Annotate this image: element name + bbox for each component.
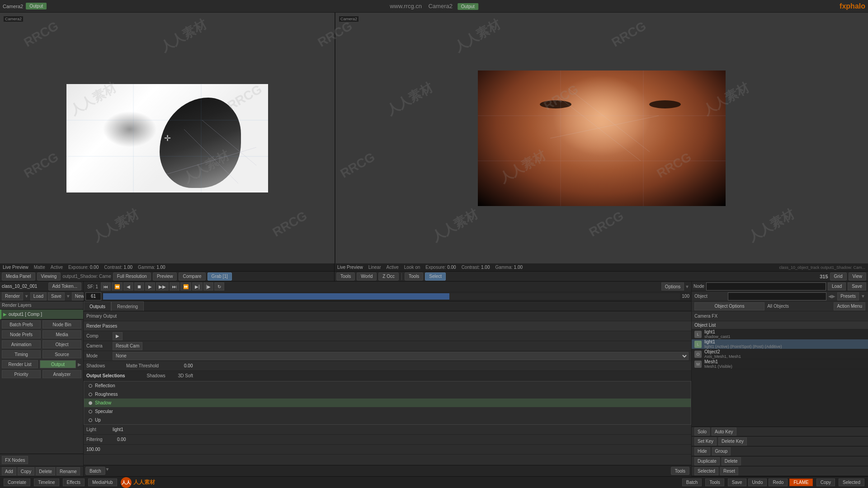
canvas-left[interactable]: ✛ [66,84,268,192]
delete-btn-rp[interactable]: Delete [722,457,741,465]
duplicate-btn[interactable]: Duplicate [694,457,720,465]
action-menu-btn[interactable]: Action Menu [834,302,865,310]
priority-btn[interactable]: Priority [2,370,41,378]
delete-key-btn[interactable]: Delete Key [718,437,747,446]
selected-btn[interactable]: Selected [694,467,718,475]
add-btn[interactable]: Add [2,467,16,475]
analyzer-btn[interactable]: Analyzer [42,370,81,378]
select-btn[interactable]: Select [425,272,446,281]
tools-nav-btn[interactable]: Tools [705,479,724,486]
z-occ-btn[interactable]: Z Occ [378,272,399,281]
redo-nav-btn[interactable]: Redo [769,479,788,486]
play-btn[interactable]: ▶ [145,282,155,291]
output1-comp-row[interactable]: ▶ output1 [ Comp ] [0,310,83,319]
comp-btn[interactable]: ▶ [113,332,123,340]
options-btn[interactable]: Options [661,282,684,291]
grid-btn[interactable]: Grid [830,272,847,281]
live-preview-left: Live Preview [3,265,28,270]
load-btn-rp[interactable]: Load [828,282,846,291]
skip-fwd-btn[interactable]: ⏭ [170,282,179,291]
set-key-btn[interactable]: Set Key [694,437,717,446]
flame-btn[interactable]: FLAME [789,479,812,486]
save-nav-btn[interactable]: Save [728,479,746,486]
output-sel-up[interactable]: Up [84,416,691,424]
save-btn-left[interactable]: Save [48,292,65,300]
media-hub-btn[interactable]: MediaHub [88,479,117,486]
correlate-btn[interactable]: Correlate [4,479,30,486]
obj-item-mesh1[interactable]: M Mesh1 Mesh1 (Visible) [692,359,868,369]
viewing-btn[interactable]: Viewing [37,272,61,281]
copy-nav-btn[interactable]: Copy [816,479,835,486]
primary-output-row[interactable]: Primary Output [84,311,691,321]
preview-btn[interactable]: Preview [153,272,177,281]
object-options-btn[interactable]: Object Options [694,302,764,310]
result-cam-btn[interactable]: Result Cam [113,342,142,350]
fwd2-btn[interactable]: ⏩ [180,282,191,291]
rename-btn[interactable]: Rename [57,467,80,475]
effects-btn[interactable]: Effects [63,479,85,486]
tools-btn-r[interactable]: Tools [336,272,355,281]
copy-btn-left[interactable]: Copy [18,467,34,475]
current-frame-input[interactable]: 61 [85,292,101,300]
step-back-btn[interactable]: ◀ [123,282,133,291]
add-token-btn[interactable]: Add Token... [48,282,81,291]
obj-item-light1-shadow[interactable]: L light1 shadow_cast1 [692,329,868,339]
batch-prefs-btn[interactable]: Batch Prefs [2,320,41,328]
media-panel-btn[interactable]: Media Panel [2,272,35,281]
node-prefs-btn[interactable]: Node Prefs [2,330,41,338]
timing-btn[interactable]: Timing [2,350,41,358]
view-btn[interactable]: View [849,272,867,281]
fx-nodes-btn[interactable]: FX Nodes [2,456,28,464]
prev-frame-btn[interactable]: ⏪ [112,282,123,291]
group-btn[interactable]: Group [712,447,731,455]
output-sel-reflection[interactable]: Reflection [84,381,691,390]
selected-nav-btn[interactable]: Selected [839,479,864,486]
object-input[interactable]: light1 [728,292,826,300]
class-track-input[interactable]: class_10_object_track [706,282,826,291]
undo-nav-btn[interactable]: Undo [748,479,767,486]
source-btn[interactable]: Source [42,350,81,358]
output-btn-left[interactable]: Output [40,360,76,368]
object-btn[interactable]: Object [42,340,81,348]
canvas-right[interactable] [478,70,726,206]
outputs-tab[interactable]: Outputs [84,301,111,311]
skip-back-btn[interactable]: ⏮ [101,282,111,291]
reset-btn[interactable]: Reset [720,467,738,475]
solo-btn[interactable]: Solo [694,427,710,436]
stop-btn[interactable]: ⏹ [134,282,144,291]
media-btn[interactable]: Media [42,330,81,338]
world-btn[interactable]: World [357,272,377,281]
batch-btn[interactable]: Batch [85,467,105,475]
tools-bottom-btn[interactable]: Tools [671,467,689,475]
timeline-btn[interactable]: Timeline [34,479,59,486]
grab-btn[interactable]: Grab [1] [208,272,232,281]
rendering-tab[interactable]: Rendering [111,301,144,311]
save-btn-rp[interactable]: Save [848,282,866,291]
hide-btn[interactable]: Hide [694,447,710,455]
mode-dropdown[interactable]: None [113,352,689,360]
output-sel-shadow[interactable]: Shadow [84,399,691,407]
output-sel-roughness[interactable]: Roughness [84,390,691,399]
render-btn[interactable]: Render [2,292,23,300]
loop-btn[interactable]: ↻ [214,282,224,291]
obj-item-light1-active[interactable]: L light1 light1 (Active) (Point/Spot) (P… [692,339,868,349]
compare-btn[interactable]: Compare [179,272,205,281]
animation-btn[interactable]: Animation [2,340,41,348]
full-resolution-btn[interactable]: Full Resolution [113,272,151,281]
step-fwd-btn[interactable]: ▶▶ [156,282,169,291]
batch-nav-btn[interactable]: Batch [682,479,702,486]
output-sel-specular[interactable]: Specular [84,407,691,416]
load-btn[interactable]: Load [30,292,47,300]
auto-key-btn[interactable]: Auto Key [712,427,736,436]
node-bin-btn[interactable]: Node Bin [42,320,81,328]
output-button-center[interactable]: Output [458,3,478,10]
delete-btn-left[interactable]: Delete [36,467,55,475]
render-list-btn[interactable]: Render List [2,360,38,368]
presets-btn[interactable]: Presets [837,292,859,300]
tools-btn-r2[interactable]: Tools [405,272,423,281]
fwd4-btn[interactable]: |▶ [203,282,214,291]
fwd3-btn[interactable]: ▶| [192,282,203,291]
timeline-scrubber[interactable] [103,293,680,300]
output-button-left[interactable]: Output [26,3,47,9]
obj-item-object2[interactable]: O Object2 Axis_Mesh1, Mesh1 [692,349,868,359]
